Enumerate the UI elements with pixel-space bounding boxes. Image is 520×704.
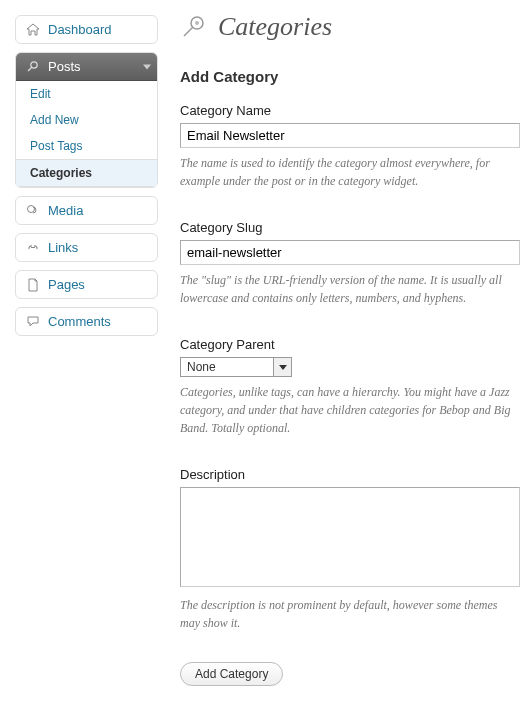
label-category-slug: Category Slug xyxy=(180,220,520,235)
pin-icon xyxy=(24,60,42,74)
section-title: Add Category xyxy=(180,68,520,85)
menu-label: Links xyxy=(48,240,78,255)
comment-icon xyxy=(24,315,42,328)
page-title: Categories xyxy=(180,12,520,42)
submenu-add-new[interactable]: Add New xyxy=(16,107,157,133)
help-category-parent: Categories, unlike tags, can have a hier… xyxy=(180,383,520,437)
svg-line-5 xyxy=(184,27,193,36)
menu-label: Media xyxy=(48,203,83,218)
menu-label: Comments xyxy=(48,314,111,329)
media-icon xyxy=(24,204,42,217)
menu-pages[interactable]: Pages xyxy=(15,270,158,299)
field-category-slug: Category Slug The "slug" is the URL-frie… xyxy=(180,220,520,307)
label-description: Description xyxy=(180,467,520,482)
page-title-text: Categories xyxy=(218,12,332,42)
link-icon xyxy=(24,241,42,254)
svg-point-4 xyxy=(195,21,199,25)
help-category-name: The name is used to identify the categor… xyxy=(180,154,520,190)
select-category-parent[interactable]: None xyxy=(180,357,292,377)
input-category-name[interactable] xyxy=(180,123,520,148)
submenu-edit[interactable]: Edit xyxy=(16,81,157,107)
field-description: Description The description is not promi… xyxy=(180,467,520,632)
textarea-description[interactable] xyxy=(180,487,520,587)
field-category-parent: Category Parent None Categories, unlike … xyxy=(180,337,520,437)
label-category-name: Category Name xyxy=(180,103,520,118)
menu-comments[interactable]: Comments xyxy=(15,307,158,336)
pin-icon xyxy=(180,13,208,41)
menu-label: Pages xyxy=(48,277,85,292)
posts-submenu: Edit Add New Post Tags Categories xyxy=(16,81,157,187)
menu-label: Dashboard xyxy=(48,22,112,37)
add-category-button[interactable]: Add Category xyxy=(180,662,283,686)
menu-dashboard[interactable]: Dashboard xyxy=(15,15,158,44)
help-description: The description is not prominent by defa… xyxy=(180,596,520,632)
home-icon xyxy=(24,23,42,36)
admin-sidebar: Dashboard Posts Edit Add New Post Tags C… xyxy=(0,0,158,686)
submenu-categories[interactable]: Categories xyxy=(16,159,157,187)
menu-posts: Posts Edit Add New Post Tags Categories xyxy=(15,52,158,188)
field-category-name: Category Name The name is used to identi… xyxy=(180,103,520,190)
input-category-slug[interactable] xyxy=(180,240,520,265)
chevron-down-icon xyxy=(143,64,151,69)
select-value: None xyxy=(181,358,273,376)
chevron-down-icon xyxy=(273,358,291,376)
help-category-slug: The "slug" is the URL-friendly version o… xyxy=(180,271,520,307)
submenu-post-tags[interactable]: Post Tags xyxy=(16,133,157,159)
svg-line-1 xyxy=(28,67,32,71)
page-icon xyxy=(24,278,42,292)
label-category-parent: Category Parent xyxy=(180,337,520,352)
menu-posts-header[interactable]: Posts xyxy=(16,53,157,81)
menu-links[interactable]: Links xyxy=(15,233,158,262)
main-content: Categories Add Category Category Name Th… xyxy=(158,0,520,686)
menu-label: Posts xyxy=(48,59,81,74)
menu-media[interactable]: Media xyxy=(15,196,158,225)
